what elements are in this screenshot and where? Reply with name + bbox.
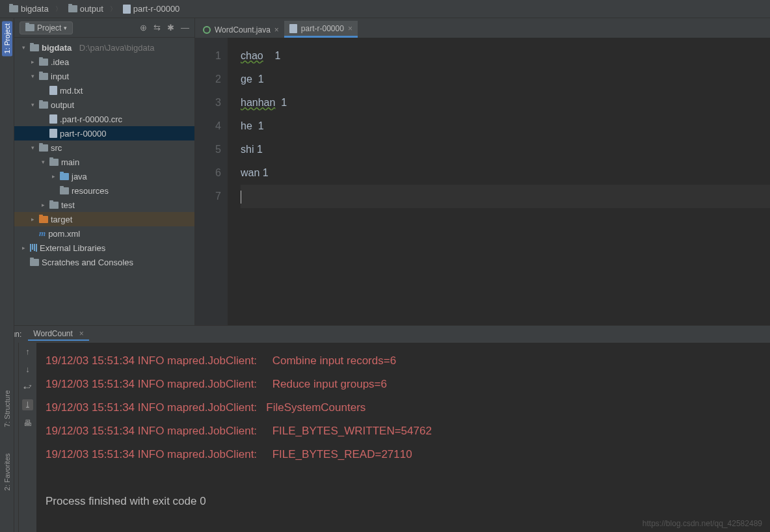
code-area[interactable]: 1 2 3 4 5 6 7 chao 1 ge 1 hanhan 1 he 1 … [195,38,770,325]
chevron-down-icon: ▾ [39,159,47,165]
tree-target[interactable]: ▸target [14,212,194,226]
close-icon[interactable]: × [274,25,279,34]
code-line [241,185,770,208]
folder-icon [68,5,77,12]
up-icon[interactable]: ↑ [25,347,30,356]
tab-wordcount[interactable]: WordCount.java× [198,21,284,38]
run-tab-label: WordCount [33,329,72,338]
tree-label: input [51,72,69,81]
tree-input[interactable]: ▾input [14,69,194,83]
file-icon [49,114,57,124]
scroll-icon[interactable]: ⤓ [22,399,33,410]
chevron-down-icon: ▾ [29,144,36,151]
tree-label: pom.xml [48,229,80,239]
code-lines[interactable]: chao 1 ge 1 hanhan 1 he 1 shi 1 wan 1 [228,38,770,325]
run-tab-wordcount[interactable]: WordCount× [28,328,89,341]
tree-resources[interactable]: resources [14,183,194,198]
editor-tabs: WordCount.java× part-r-00000× [195,18,770,38]
code-token: hanhan [241,97,275,108]
tree-idea[interactable]: ▸.idea [14,55,194,69]
folder-icon [60,187,69,194]
caret-icon [241,191,241,204]
chevron-down-icon: ▾ [29,101,36,108]
down-icon[interactable]: ↓ [25,364,30,374]
tree-label: target [51,215,72,224]
close-icon[interactable]: × [348,24,352,33]
side-tab-project[interactable]: 1: Project [2,21,12,56]
tree-java[interactable]: ▸java [14,169,194,183]
tree-src[interactable]: ▾src [14,140,194,155]
folder-icon [39,73,48,80]
console-output[interactable]: 19/12/03 15:51:34 INFO mapred.JobClient:… [36,343,770,532]
folder-icon [30,44,39,51]
run-tool-column-2: ↑ ↓ ⮐ ⤓ 🖶 [18,343,36,532]
tree-test[interactable]: ▸test [14,198,194,212]
tree-partr[interactable]: part-r-00000 [14,126,194,140]
folder-icon [39,59,48,66]
tree-crc[interactable]: .part-r-00000.crc [14,112,194,126]
run-panel: Run: WordCount× ▶ ■ ◉ ✱ ⎘ 🗑 📌 ↑ ↓ ⮐ ⤓ 🖶 … [0,325,770,532]
library-icon [30,244,37,252]
code-token: 1 [275,97,287,108]
folder-icon [25,24,34,31]
close-icon[interactable]: × [79,329,84,338]
line-number: 5 [195,138,221,161]
folder-icon [49,159,59,166]
side-tab-favorites[interactable]: 2: Favorites [3,453,11,490]
chevron-down-icon: ▾ [20,44,27,51]
watermark: https://blog.csdn.net/qq_42582489 [643,519,762,528]
tree-root-label: bigdata [42,43,72,53]
tree-label: src [51,143,62,153]
tree-scratches[interactable]: Scratches and Consoles [14,255,194,269]
tree-external-libs[interactable]: ▸External Libraries [14,241,194,255]
maven-icon: m [39,228,46,239]
collapse-icon[interactable]: ⇆ [153,23,161,33]
tab-partr[interactable]: part-r-00000× [284,21,358,38]
crumb-leaf-label: part-r-00000 [133,4,180,14]
project-view-dropdown[interactable]: Project▾ [20,21,73,34]
line-number: 2 [195,68,221,91]
tree-label: resources [72,186,109,196]
crumb-output[interactable]: output [64,3,107,15]
crumb-mid-label: output [80,4,103,14]
console-line: 19/12/03 15:51:34 INFO mapred.JobClient:… [46,396,761,419]
chevron-right-icon: ▸ [29,216,36,222]
tree-md[interactable]: md.txt [14,83,194,98]
gear-icon[interactable]: ✱ [167,23,174,33]
hide-icon[interactable]: — [181,23,189,33]
folder-icon [60,173,69,180]
locate-icon[interactable]: ⊕ [140,23,147,33]
tree-output[interactable]: ▾output [14,98,194,112]
breadcrumb: bigdata 〉 output 〉 part-r-00000 [0,0,770,18]
project-view-label: Project [37,23,61,33]
chevron-right-icon: ▸ [39,202,47,208]
side-tab-structure[interactable]: 7: Structure [3,390,11,427]
chevron-down-icon: ▾ [64,25,67,31]
chevron-down-icon: ▾ [29,73,36,79]
code-line: wan 1 [241,161,770,185]
code-line: hanhan 1 [241,91,770,114]
line-gutter: 1 2 3 4 5 6 7 [195,38,228,325]
tree-label: .part-r-00000.crc [60,114,122,124]
crumb-file[interactable]: part-r-00000 [119,3,184,15]
crumb-root-label: bigdata [21,4,49,14]
file-icon [289,24,297,33]
code-line: shi 1 [241,138,770,161]
softwrap-icon[interactable]: ⮐ [23,382,32,392]
console-line: 19/12/03 15:51:34 INFO mapred.JobClient:… [46,373,761,396]
tree-root[interactable]: ▾bigdata D:\pan\Java\bigdata [14,40,194,55]
console-line: 19/12/03 15:51:34 INFO mapred.JobClient:… [46,349,761,373]
folder-icon [49,202,59,209]
code-line: ge 1 [241,68,770,91]
tree-label: java [72,172,87,181]
project-tree[interactable]: ▾bigdata D:\pan\Java\bigdata ▸.idea ▾inp… [14,38,194,325]
print-icon[interactable]: 🖶 [23,418,32,428]
code-line: chao 1 [241,44,770,68]
line-number: 4 [195,114,221,138]
left-tool-strip: 1: Project [0,18,14,325]
tree-pom[interactable]: mpom.xml [14,226,194,241]
chevron-right-icon: ▸ [29,59,36,65]
run-header: Run: WordCount× [0,326,770,343]
tree-main[interactable]: ▾main [14,155,194,169]
crumb-root[interactable]: bigdata [5,3,53,15]
